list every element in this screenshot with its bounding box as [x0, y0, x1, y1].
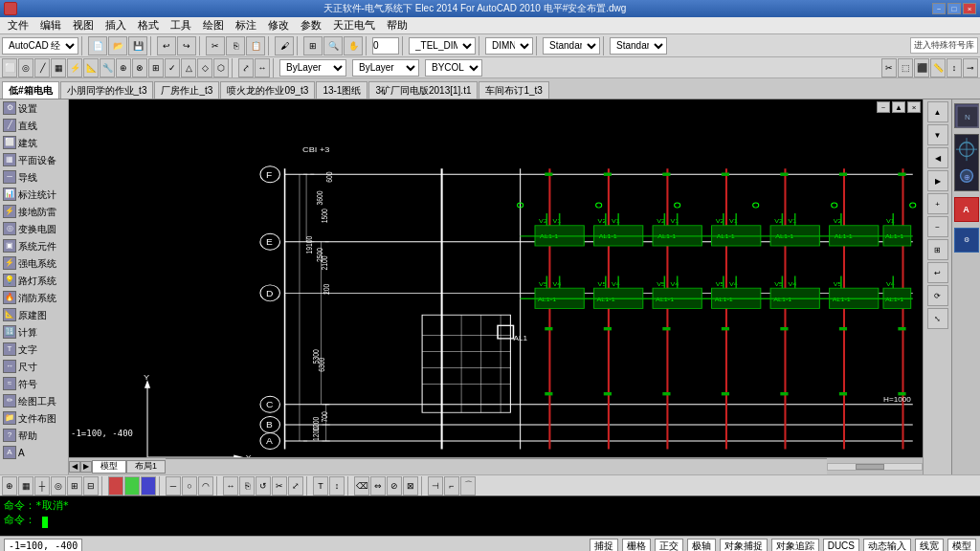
- t2-btn5[interactable]: ⚡: [67, 58, 82, 77]
- menu-item-工具[interactable]: 工具: [165, 17, 197, 33]
- doc-tab-0[interactable]: 低#箱电电: [2, 81, 59, 99]
- sidebar-item-消防系统[interactable]: 🔥消防系统: [0, 289, 68, 306]
- t2-btn4[interactable]: ▦: [51, 58, 66, 77]
- h-scroll-thumb[interactable]: [856, 464, 883, 470]
- canvas-restore[interactable]: ▲: [892, 101, 905, 113]
- bt-break[interactable]: ⊣: [428, 476, 443, 496]
- layer-dim-dropdown[interactable]: _TEL_DIM: [409, 37, 476, 55]
- sidebar-item-计算[interactable]: 🔢计算: [0, 323, 68, 341]
- sidebar-item-变换电圆[interactable]: ◎变换电圆: [0, 220, 68, 237]
- new-button[interactable]: 📄: [88, 36, 107, 55]
- match-properties[interactable]: 🖌: [275, 36, 294, 55]
- nav-up[interactable]: ▲: [927, 101, 948, 122]
- t2-btn9[interactable]: ⊗: [132, 58, 147, 77]
- t2-btn7[interactable]: 🔧: [100, 58, 115, 77]
- bt-text[interactable]: T: [313, 476, 328, 496]
- sidebar-item-路灯系统[interactable]: 💡路灯系统: [0, 272, 68, 289]
- sidebar-item-系统元件[interactable]: ▣系统元件: [0, 237, 68, 254]
- orbit[interactable]: ⟳: [927, 285, 948, 306]
- status-ortho[interactable]: 正交: [655, 539, 683, 552]
- bylayer-dropdown[interactable]: ByLayer: [279, 59, 346, 77]
- zoom-extent[interactable]: ⊞: [303, 36, 323, 55]
- bt-erase[interactable]: ⌫: [354, 476, 369, 496]
- nav-down[interactable]: ▼: [927, 124, 948, 145]
- menu-item-插入[interactable]: 插入: [100, 17, 132, 33]
- t2-btn14[interactable]: ⬡: [213, 58, 229, 77]
- status-osnap[interactable]: 对象捕捉: [720, 539, 768, 552]
- undo-button[interactable]: ↩: [157, 36, 176, 55]
- t2-btn6[interactable]: 📐: [83, 58, 99, 77]
- bt-extend[interactable]: ⤢: [288, 476, 303, 496]
- t2-end2[interactable]: ⬚: [898, 58, 913, 77]
- sidebar-item-绘图工具[interactable]: ✏绘图工具: [0, 392, 68, 409]
- save-button[interactable]: 💾: [128, 36, 147, 55]
- t2-btn3[interactable]: ╱: [34, 58, 50, 77]
- doc-tab-4[interactable]: 13-1图纸: [316, 81, 368, 99]
- bt-color1[interactable]: [108, 476, 123, 496]
- t2-btn12[interactable]: △: [181, 58, 196, 77]
- nav-cube[interactable]: N: [954, 103, 979, 128]
- bt-osnap[interactable]: ⊞: [67, 476, 82, 496]
- doc-tab-5[interactable]: 3矿厂同电版2013[1].t1: [368, 81, 478, 99]
- bt-otrack[interactable]: ⊟: [83, 476, 99, 496]
- doc-tab-6[interactable]: 车间布订1_t3: [479, 81, 548, 99]
- doc-tab-1[interactable]: 小朋同学的作业_t3: [60, 81, 154, 99]
- bt-snap[interactable]: ⊕: [2, 476, 17, 496]
- sidebar-item-平面设备[interactable]: ▦平面设备: [0, 151, 68, 168]
- sidebar-item-标注统计[interactable]: 📊标注统计: [0, 186, 68, 203]
- bt-rotate[interactable]: ↺: [256, 476, 271, 496]
- t2-btn11[interactable]: ✓: [165, 58, 180, 77]
- bt-offset[interactable]: ⊘: [387, 476, 402, 496]
- doc-tab-3[interactable]: 喷火龙的作业09_t3: [220, 81, 315, 99]
- t2-btn1[interactable]: ⬜: [2, 58, 17, 77]
- bt-dim[interactable]: ↕: [329, 476, 345, 496]
- bt-polar[interactable]: ◎: [51, 476, 66, 496]
- layout-nav-next[interactable]: ▶: [80, 461, 92, 473]
- sidebar-item-导线[interactable]: ─导线: [0, 168, 68, 186]
- canvas-minimize[interactable]: －: [877, 101, 890, 113]
- paste-button[interactable]: 📋: [246, 36, 265, 55]
- app-btn[interactable]: ⚙: [954, 228, 979, 253]
- bt-trim[interactable]: ✂: [272, 476, 287, 496]
- t2-btn10[interactable]: ⊞: [148, 58, 164, 77]
- layout-tab-model[interactable]: 模型: [92, 460, 126, 474]
- zoom-extent-btn[interactable]: ⊞: [927, 239, 948, 260]
- menu-item-格式[interactable]: 格式: [132, 17, 165, 33]
- menu-item-文件[interactable]: 文件: [2, 17, 34, 33]
- layout-tab-1[interactable]: 布局1: [126, 460, 166, 474]
- open-button[interactable]: 📂: [108, 36, 127, 55]
- pan-right[interactable]: ▶: [927, 170, 948, 191]
- sidebar-item-文字[interactable]: T文字: [0, 341, 68, 358]
- elevation-input[interactable]: [372, 37, 399, 55]
- menu-item-编辑[interactable]: 编辑: [34, 17, 67, 33]
- zoom-out[interactable]: −: [927, 216, 948, 237]
- bt-color3[interactable]: [141, 476, 156, 496]
- workspace-dropdown[interactable]: AutoCAD 经典: [2, 37, 78, 55]
- menu-item-视图[interactable]: 视图: [67, 17, 100, 33]
- t2-end1[interactable]: ✂: [881, 58, 897, 77]
- sidebar-item-强电系统[interactable]: ⚡强电系统: [0, 254, 68, 272]
- sidebar-item-文件布图[interactable]: 📁文件布图: [0, 409, 68, 427]
- bt-mirror[interactable]: ⇔: [370, 476, 386, 496]
- status-lweight[interactable]: 线宽: [915, 539, 944, 552]
- bt-copy[interactable]: ⎘: [239, 476, 255, 496]
- bt-array[interactable]: ⊠: [403, 476, 418, 496]
- standard-dropdown[interactable]: Standard: [543, 37, 600, 55]
- close-button[interactable]: ×: [963, 3, 976, 14]
- status-polar[interactable]: 极轴: [687, 539, 716, 552]
- menu-item-修改[interactable]: 修改: [262, 17, 295, 33]
- status-model[interactable]: 模型: [947, 539, 976, 552]
- bt-line[interactable]: ─: [166, 476, 181, 496]
- copy-button[interactable]: ⎘: [226, 36, 245, 55]
- bycolor-dropdown[interactable]: BYCOLOR: [425, 59, 482, 77]
- t2-end6[interactable]: ⊸: [963, 58, 978, 77]
- sidebar-item-帮助[interactable]: ?帮助: [0, 427, 68, 444]
- sidebar-item-接地防雷[interactable]: ⚡接地防雷: [0, 203, 68, 220]
- zoom-in[interactable]: +: [927, 193, 948, 214]
- bt-grid[interactable]: ▦: [18, 476, 33, 496]
- layout-nav-prev[interactable]: ◀: [69, 461, 80, 473]
- t2-end3[interactable]: ⬛: [914, 58, 929, 77]
- maximize-button[interactable]: □: [947, 3, 961, 14]
- canvas-close[interactable]: ×: [907, 101, 921, 113]
- t2-btn8[interactable]: ⊕: [116, 58, 131, 77]
